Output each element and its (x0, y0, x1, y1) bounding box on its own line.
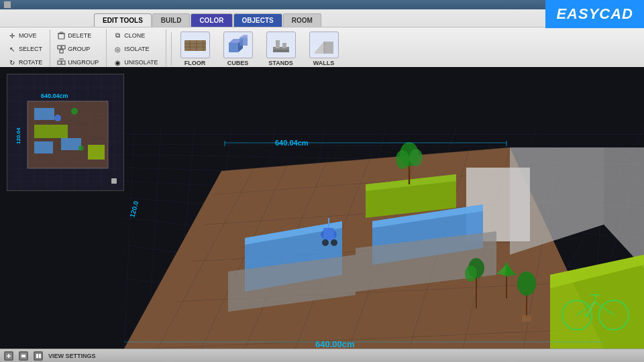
tool-group-transform: ✛ MOVE ↖ SELECT ↻ ROTATE (4, 29, 50, 68)
svg-rect-18 (239, 38, 248, 46)
svg-rect-9 (184, 40, 206, 51)
move-button[interactable]: ✛ MOVE (4, 29, 46, 42)
stands-label: STANDS (268, 60, 292, 66)
cubes-label: CUBES (227, 60, 249, 66)
svg-rect-133 (34, 141, 53, 154)
minimap-marker (111, 178, 117, 184)
cubes-icon (226, 35, 250, 55)
floor-icon (183, 35, 207, 55)
status-bar: VIEW SETTINGS (0, 349, 644, 362)
svg-rect-2 (60, 32, 63, 34)
svg-point-137 (71, 108, 78, 115)
svg-rect-134 (61, 138, 81, 150)
svg-rect-15 (229, 43, 238, 52)
delete-button[interactable]: DELETE (53, 29, 102, 42)
svg-rect-148 (39, 354, 41, 358)
walls-button[interactable]: WALLS (304, 30, 344, 68)
svg-rect-80 (323, 228, 334, 240)
svg-point-136 (54, 115, 61, 121)
stands-icon-wrapper (266, 32, 296, 58)
svg-rect-7 (62, 61, 65, 64)
clone-icon: ⧉ (113, 31, 122, 40)
svg-point-87 (409, 149, 423, 166)
tab-objects[interactable]: OBJECTS (233, 13, 282, 27)
svg-rect-5 (60, 50, 63, 53)
svg-point-105 (585, 313, 589, 317)
svg-point-90 (465, 265, 477, 282)
status-icon-3 (34, 351, 43, 361)
svg-marker-19 (239, 35, 248, 38)
svg-rect-0 (58, 34, 64, 39)
svg-rect-21 (276, 40, 280, 48)
walls-icon-wrapper (309, 32, 339, 58)
isolate-button[interactable]: ◎ ISOLATE (109, 43, 161, 55)
status-icon-1 (4, 351, 13, 361)
scene-background: 640.04cm 120.0 640.00cm (0, 67, 644, 349)
svg-rect-135 (88, 145, 105, 160)
stands-icon (269, 35, 293, 55)
svg-rect-145 (21, 355, 25, 357)
walls-icon (312, 35, 336, 55)
tab-build[interactable]: BUILD (152, 13, 191, 27)
stands-button[interactable]: STANDS (261, 30, 301, 68)
object-buttons-group: FLOOR CUBES (175, 30, 344, 68)
toolbar-divider (171, 32, 172, 66)
walls-label: WALLS (313, 60, 335, 66)
svg-point-86 (396, 150, 409, 169)
minimap: 640.04cm 120.04 (7, 74, 124, 191)
svg-point-138 (78, 145, 84, 151)
select-icon: ↖ (7, 44, 17, 54)
tab-room[interactable]: ROOM (283, 13, 321, 27)
svg-rect-131 (34, 108, 54, 120)
svg-rect-23 (273, 50, 289, 52)
svg-rect-6 (58, 61, 61, 64)
svg-marker-25 (324, 42, 333, 54)
isolate-icon: ◎ (113, 44, 122, 54)
svg-text:640.04cm: 640.04cm (41, 93, 68, 99)
svg-text:120.04: 120.04 (15, 127, 21, 144)
cubes-button[interactable]: CUBES (218, 30, 258, 68)
ungroup-icon (56, 58, 66, 67)
svg-rect-132 (34, 125, 68, 138)
toolbar-content: ✛ MOVE ↖ SELECT ↻ ROTATE DELE (0, 27, 644, 72)
delete-icon (56, 31, 66, 40)
tool-group-visibility: ⧉ CLONE ◎ ISOLATE ◉ UNISOLATE (109, 29, 166, 68)
svg-rect-4 (62, 46, 65, 49)
status-icon-2 (19, 351, 28, 361)
svg-marker-24 (315, 42, 324, 54)
view-settings-label: VIEW SETTINGS (48, 353, 96, 359)
svg-point-96 (517, 272, 536, 296)
group-icon (56, 44, 66, 54)
svg-rect-97 (522, 315, 531, 322)
clone-button[interactable]: ⧉ CLONE (109, 29, 161, 42)
svg-rect-3 (58, 46, 61, 49)
svg-text:640.00cm: 640.00cm (315, 339, 355, 349)
rotate-icon: ↻ (7, 58, 17, 67)
select-button[interactable]: ↖ SELECT (4, 43, 46, 55)
app-window: EDIT TOOLS BUILD COLOR OBJECTS ROOM ✛ MO… (0, 0, 644, 362)
svg-point-82 (331, 239, 337, 246)
svg-point-81 (322, 239, 329, 246)
tool-group-edit: DELETE GROUP UNGROUP (53, 29, 107, 68)
easycad-logo: EASYCAD (545, 0, 644, 28)
tab-color[interactable]: COLOR (191, 13, 232, 27)
svg-rect-147 (36, 354, 38, 358)
floor-label: FLOOR (184, 60, 206, 66)
floor-button[interactable]: FLOOR (175, 30, 215, 68)
cubes-icon-wrapper (223, 32, 253, 58)
app-icon (4, 1, 11, 8)
group-button[interactable]: GROUP (53, 43, 102, 55)
svg-rect-22 (282, 43, 286, 48)
floor-icon-wrapper (180, 32, 210, 58)
minimap-svg: 640.04cm 120.04 (7, 74, 124, 191)
viewport-3d[interactable]: 640.04cm 120.0 640.00cm (0, 67, 644, 349)
unisolate-icon: ◉ (113, 58, 122, 67)
tab-edit-tools[interactable]: EDIT TOOLS (94, 13, 152, 27)
move-icon: ✛ (7, 31, 17, 40)
